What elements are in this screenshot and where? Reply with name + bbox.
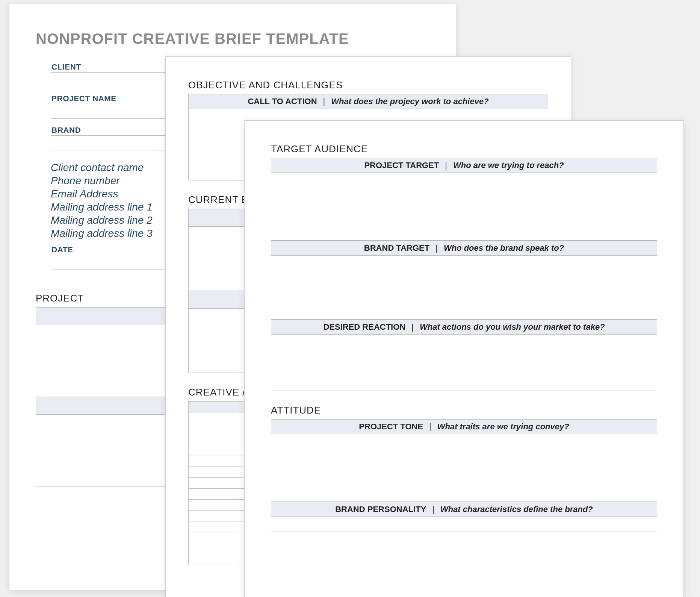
target-area[interactable] (271, 173, 657, 241)
target-bar: PROJECT TARGET|Who are we trying to reac… (271, 158, 657, 173)
target-area[interactable] (271, 256, 657, 320)
cta-sub: What does the projecy work to achieve? (331, 97, 488, 106)
attitude-bar: BRAND PERSONALITY|What characteristics d… (271, 502, 657, 517)
target-sub: What actions do you wish your market to … (420, 322, 605, 332)
date-input[interactable] (51, 255, 178, 270)
document-title: NONPROFIT CREATIVE BRIEF TEMPLATE (36, 30, 429, 47)
template-page-3: TARGET AUDIENCE PROJECT TARGET|Who are w… (244, 120, 684, 597)
attitude-sub: What characteristics define the brand? (440, 505, 593, 514)
target-sub: Who are we trying to reach? (453, 161, 564, 170)
cta-bar: CALL TO ACTION | What does the projecy w… (188, 94, 548, 109)
attitude-heading: ATTITUDE (271, 405, 657, 416)
target-lead: DESIRED REACTION (323, 322, 405, 332)
separator: | (429, 422, 431, 432)
separator: | (323, 97, 325, 106)
brand-input[interactable] (51, 135, 178, 150)
separator: | (432, 505, 434, 514)
attitude-lead: PROJECT TONE (359, 422, 423, 432)
attitude-area[interactable] (271, 434, 657, 502)
separator: | (435, 243, 438, 253)
client-input[interactable] (51, 72, 178, 87)
separator: | (445, 161, 447, 170)
target-bar: BRAND TARGET|Who does the brand speak to… (271, 241, 657, 256)
target-area[interactable] (271, 335, 657, 391)
attitude-list: PROJECT TONE|What traits are we trying c… (271, 419, 657, 532)
project-name-input[interactable] (51, 104, 178, 119)
target-sub: Who does the brand speak to? (444, 243, 564, 253)
separator: | (411, 322, 414, 332)
target-lead: PROJECT TARGET (364, 161, 439, 170)
objective-heading: OBJECTIVE AND CHALLENGES (188, 79, 548, 91)
target-audience-heading: TARGET AUDIENCE (271, 143, 657, 155)
target-lead: BRAND TARGET (364, 243, 429, 253)
target-bar: DESIRED REACTION|What actions do you wis… (271, 320, 657, 335)
attitude-sub: What traits are we trying convey? (437, 422, 569, 432)
cta-lead: CALL TO ACTION (248, 97, 317, 106)
attitude-bar: PROJECT TONE|What traits are we trying c… (271, 419, 657, 434)
target-audience-list: PROJECT TARGET|Who are we trying to reac… (271, 158, 657, 391)
attitude-lead: BRAND PERSONALITY (335, 505, 426, 514)
attitude-area[interactable] (271, 517, 657, 532)
